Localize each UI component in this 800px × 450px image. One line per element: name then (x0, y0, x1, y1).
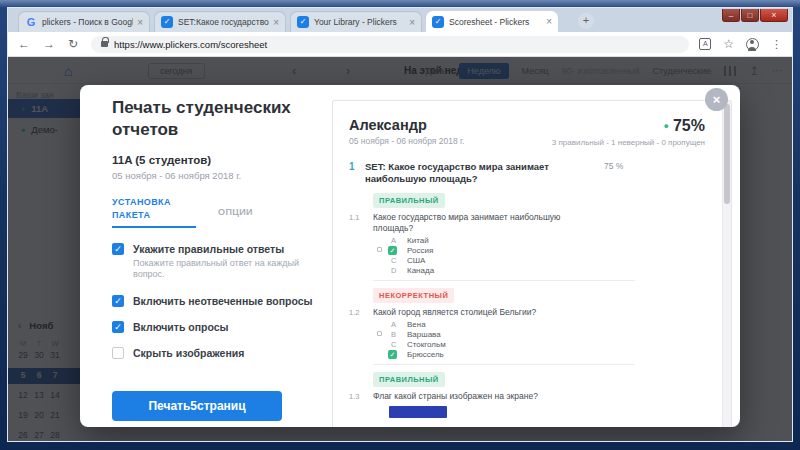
status-badge: ПРАВИЛЬНЫЙ (373, 193, 445, 208)
plickers-app: ⌂ сегодня ‹ › На этой неделе День Неделю… (8, 57, 792, 441)
profile-avatar-icon[interactable] (746, 38, 759, 51)
print-options-list: ✓ Укажите правильные ответы Покажите пра… (112, 243, 316, 359)
minimize-button[interactable]: – (722, 9, 740, 22)
browser-window: G plickers - Поиск в Google × ✓ SET:Како… (8, 8, 792, 441)
answer-option-correct-chosen: ✓Россия (349, 246, 705, 255)
reload-icon[interactable]: ↻ (68, 37, 78, 51)
modal-date-range: 05 ноября - 06 ноября 2018 г. (112, 170, 316, 181)
plickers-favicon-icon: ✓ (161, 16, 173, 28)
answer-options: AКитай ✓Россия CСША DКанада (349, 236, 705, 275)
checkbox-checked-icon[interactable]: ✓ (112, 295, 124, 307)
set-number: 1 (349, 161, 365, 186)
browser-tab-google[interactable]: G plickers - Поиск в Google × (18, 11, 150, 32)
status-badge: НЕКОРРЕКТНЫЙ (373, 288, 454, 303)
tab-close-icon[interactable]: × (546, 16, 552, 27)
tab-title: Scoresheet - Plickers (449, 17, 542, 27)
close-modal-icon[interactable]: × (705, 88, 728, 111)
url-field[interactable]: https://www.plickers.com/scoresheet (91, 36, 689, 53)
browser-tab-library[interactable]: ✓ Your Library - Plickers × (290, 11, 422, 32)
checkbox-checked-icon[interactable]: ✓ (112, 243, 124, 255)
set-title: SET: Какое государство мира занимает наи… (365, 161, 590, 186)
plickers-favicon-icon: ✓ (297, 16, 309, 28)
option-show-correct-answers[interactable]: ✓ Укажите правильные ответы Покажите пра… (112, 243, 316, 281)
option-letter: C (391, 340, 396, 349)
answer-option-chosen: BВаршава (349, 330, 705, 339)
maximize-button[interactable]: □ (741, 9, 759, 22)
option-label: Китай (407, 236, 429, 245)
report-preview: Александр 05 ноября - 06 ноября 2018 г. … (332, 100, 732, 427)
option-letter: D (391, 266, 396, 275)
window-frame: G plickers - Поиск в Google × ✓ SET:Како… (0, 0, 800, 450)
option-label: Скрыть изображения (133, 347, 244, 359)
question-row: 1.3 Флаг какой страны изображен на экран… (349, 391, 705, 402)
option-label: Стокгольм (407, 340, 446, 349)
option-label: США (407, 256, 425, 265)
set-header: 1 SET: Какое государство мира занимает н… (349, 161, 705, 186)
status-badge: ПРАВИЛЬНЫЙ (373, 372, 445, 387)
answer-option-correct: ✓Брюссель (349, 350, 705, 359)
flag-blue-stripe (389, 406, 447, 418)
tab-close-icon[interactable]: × (273, 17, 279, 28)
option-include-surveys[interactable]: ✓ Включить опросы (112, 321, 316, 333)
print-reports-modal: × Печать студенческих отчетов 11A (5 сту… (80, 85, 740, 427)
option-label: Канада (407, 266, 434, 275)
preview-scrollbar[interactable] (722, 101, 731, 427)
print-button[interactable]: Печать5страниц (112, 391, 282, 421)
scrollbar-thumb[interactable] (724, 104, 730, 204)
translate-icon[interactable]: A (699, 38, 711, 50)
option-letter: B (391, 330, 396, 339)
score-dot-icon: ● (664, 121, 669, 131)
question-text: Флаг какой страны изображен на экране? (373, 391, 573, 402)
report-content: Александр 05 ноября - 06 ноября 2018 г. … (349, 117, 705, 427)
forward-icon[interactable]: → (43, 37, 55, 51)
report-date-range: 05 ноября - 06 ноября 2018 г. (349, 136, 465, 146)
tab-packet-setup[interactable]: УСТАНОВКА ПАКЕТА (112, 196, 196, 228)
option-letter: C (391, 256, 396, 265)
tab-strip: G plickers - Поиск в Google × ✓ SET:Како… (8, 8, 792, 32)
option-sublabel: Покажите правильный ответ на каждый вопр… (133, 258, 316, 281)
question-text: Какой город является столицей Бельгии? (373, 307, 573, 318)
window-controls: – □ × (722, 9, 788, 22)
student-answer-marker (377, 331, 382, 336)
checkbox-checked-icon[interactable]: ✓ (112, 321, 124, 333)
question-number: 1.1 (349, 212, 373, 234)
option-label: Укажите правильные ответы (133, 243, 316, 255)
correct-check-icon: ✓ (388, 350, 397, 359)
tab-options[interactable]: ОПЦИИ (218, 207, 253, 217)
tab-title: SET:Какое государство мира за (178, 17, 269, 27)
modal-settings-pane: Печать студенческих отчетов 11A (5 студе… (112, 97, 316, 421)
question-number: 1.2 (349, 307, 373, 318)
close-window-button[interactable]: × (760, 9, 788, 22)
browser-tab-scoresheet[interactable]: ✓ Scoresheet - Plickers × (426, 11, 558, 32)
google-favicon-icon: G (25, 16, 37, 28)
option-include-unanswered[interactable]: ✓ Включить неотвеченные вопросы (112, 295, 316, 307)
checkbox-unchecked-icon[interactable] (112, 347, 124, 359)
answer-options: AВена BВаршава CСтокгольм ✓Брюссель (349, 320, 705, 359)
student-name: Александр (349, 117, 465, 133)
question-row: 1.1 Какое государство мира занимает наиб… (349, 212, 705, 234)
answer-option: AВена (349, 320, 705, 329)
plickers-favicon-icon: ✓ (432, 16, 444, 28)
modal-title: Печать студенческих отчетов (112, 97, 316, 141)
score-summary: 3 правильный - 1 неверный - 0 пропущен (552, 138, 705, 147)
address-bar: ← → ↻ https://www.plickers.com/scoreshee… (8, 32, 792, 57)
bookmark-star-icon[interactable]: ☆ (723, 37, 734, 51)
question-number: 1.3 (349, 391, 373, 402)
option-letter: A (391, 236, 396, 245)
url-text[interactable]: https://www.plickers.com/scoresheet (114, 39, 267, 50)
back-icon[interactable]: ← (18, 37, 30, 51)
new-tab-button[interactable]: + (578, 13, 594, 29)
question-text: Какое государство мира занимает наибольш… (373, 212, 573, 234)
tab-close-icon[interactable]: × (409, 17, 415, 28)
browser-menu-icon[interactable]: ⋮ (771, 38, 782, 51)
score-percent: 75% (673, 117, 705, 134)
answer-option: CСтокгольм (349, 340, 705, 349)
tab-close-icon[interactable]: × (137, 17, 143, 28)
answer-option: CСША (349, 256, 705, 265)
report-header: Александр 05 ноября - 06 ноября 2018 г. … (349, 117, 705, 147)
option-label: Включить неотвеченные вопросы (133, 295, 313, 307)
option-label: Россия (407, 246, 433, 255)
modal-tabs: УСТАНОВКА ПАКЕТА ОПЦИИ (112, 196, 316, 228)
option-hide-images[interactable]: Скрыть изображения (112, 347, 316, 359)
browser-tab-set[interactable]: ✓ SET:Какое государство мира за × (154, 11, 286, 32)
